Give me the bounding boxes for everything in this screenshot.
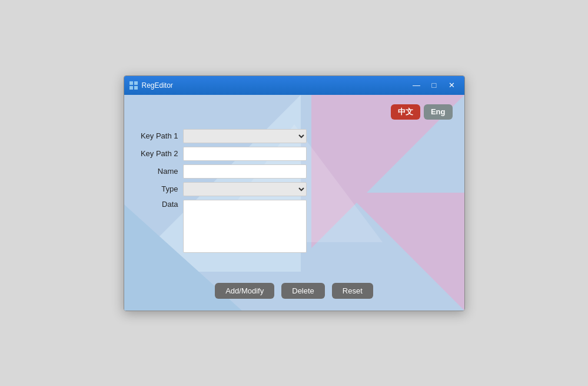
type-label: Type	[136, 184, 178, 193]
name-row: Name	[136, 164, 453, 179]
key-path-1-label: Key Path 1	[136, 131, 178, 140]
maximize-button[interactable]: □	[427, 80, 442, 91]
type-row: Type	[136, 182, 453, 196]
svg-rect-3	[134, 86, 138, 90]
close-button[interactable]: ✕	[444, 80, 460, 91]
delete-button[interactable]: Delete	[281, 283, 325, 299]
data-row: Data	[136, 200, 453, 253]
lang-buttons-group: 中文 Eng	[136, 104, 453, 120]
title-bar: RegEditor — □ ✕	[124, 76, 464, 95]
app-icon	[129, 81, 138, 90]
form-area: Key Path 1 Key Path 2 Name Ty	[136, 129, 453, 273]
key-path-1-select[interactable]	[183, 129, 307, 143]
name-label: Name	[136, 167, 178, 176]
type-select[interactable]	[183, 182, 307, 196]
data-label: Data	[136, 200, 178, 209]
window-body: 中文 Eng Key Path 1 Key Path 2	[124, 95, 464, 311]
key-path-2-row: Key Path 2	[136, 147, 453, 161]
data-textarea[interactable]	[183, 200, 307, 253]
window-controls: — □ ✕	[409, 80, 460, 91]
key-path-1-row: Key Path 1	[136, 129, 453, 143]
lang-zh-button[interactable]: 中文	[391, 104, 420, 120]
name-input[interactable]	[183, 164, 307, 179]
add-modify-button[interactable]: Add/Modify	[215, 283, 274, 299]
reset-button[interactable]: Reset	[332, 283, 373, 299]
key-path-2-input[interactable]	[183, 147, 307, 161]
svg-rect-2	[129, 86, 133, 90]
svg-rect-1	[134, 81, 138, 85]
key-path-2-label: Key Path 2	[136, 149, 178, 158]
button-row: Add/Modify Delete Reset	[136, 283, 453, 299]
svg-rect-0	[129, 81, 133, 85]
window-title: RegEditor	[142, 81, 409, 90]
minimize-button[interactable]: —	[409, 80, 424, 91]
app-window: RegEditor — □ ✕ 中文 Eng	[124, 75, 465, 311]
lang-en-button[interactable]: Eng	[424, 104, 453, 120]
content-area: 中文 Eng Key Path 1 Key Path 2	[124, 95, 464, 311]
